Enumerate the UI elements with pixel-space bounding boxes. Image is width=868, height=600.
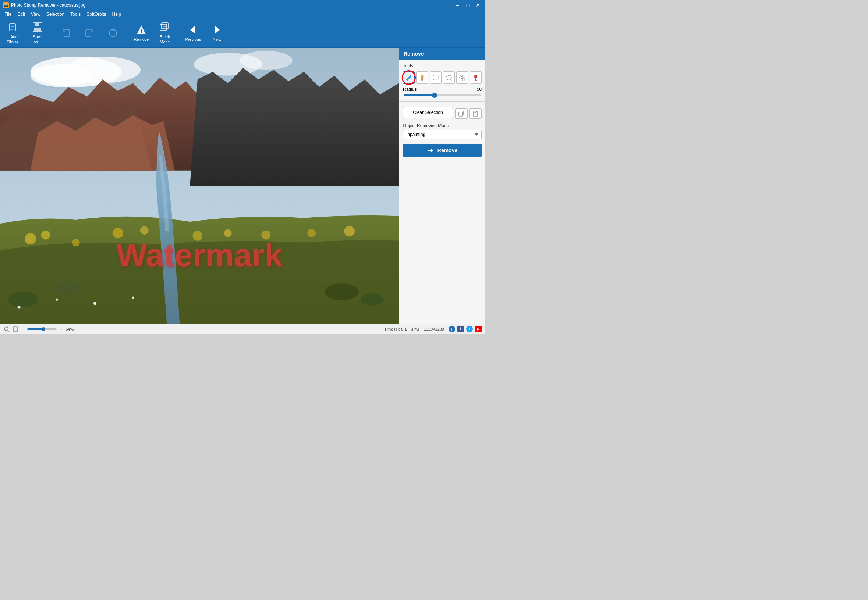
radius-slider-container[interactable]: [403, 94, 482, 96]
svg-point-37: [325, 283, 359, 300]
rectangle-icon: [432, 74, 439, 81]
svg-point-31: [224, 229, 232, 237]
window-title: Photo Stamp Remover - caucasus.jpg: [11, 3, 85, 8]
zoom-fit-icon[interactable]: [4, 326, 9, 332]
svg-point-41: [93, 302, 96, 305]
svg-point-24: [239, 51, 292, 70]
status-right: Time (s): 0.1 JPG 1920×1280 i f t ▶: [384, 326, 482, 332]
remove-btn-label: Remove: [438, 147, 458, 153]
svg-rect-57: [460, 111, 464, 115]
remove-toolbar-button[interactable]: Remove: [130, 20, 152, 46]
redo-button[interactable]: [78, 20, 100, 46]
tools-section: Tools: [399, 59, 485, 100]
menu-tools[interactable]: Tools: [67, 10, 84, 18]
save-as-label: Saveas...: [33, 35, 42, 44]
main-area: Watermark Remove Tools: [0, 48, 485, 324]
menu-selection[interactable]: Selection: [43, 10, 67, 18]
svg-point-61: [5, 327, 8, 330]
brush-tool-button[interactable]: [403, 71, 415, 84]
svg-point-34: [344, 226, 355, 236]
magic-wand-button[interactable]: [456, 71, 468, 84]
close-button[interactable]: ✕: [474, 1, 482, 9]
svg-marker-17: [190, 26, 195, 33]
app-icon: 📷: [3, 2, 9, 8]
youtube-icon[interactable]: ▶: [475, 326, 482, 332]
lasso-tool-button[interactable]: [443, 71, 455, 84]
menu-help[interactable]: Help: [109, 10, 125, 18]
radius-label: Radius: [403, 87, 417, 92]
menu-file[interactable]: File: [2, 10, 14, 18]
batch-mode-label: BatchMode: [160, 35, 170, 44]
next-button[interactable]: Next: [206, 20, 228, 46]
radius-slider-thumb[interactable]: [432, 92, 437, 98]
remove-button[interactable]: Remove: [403, 144, 482, 157]
inpainting-dropdown[interactable]: Inpainting Content-Aware Fill Background…: [403, 130, 482, 139]
clear-selection-button[interactable]: Clear Selection: [403, 107, 453, 118]
zoom-plus-icon[interactable]: +: [59, 326, 62, 332]
social-icons: i f t ▶: [448, 326, 482, 332]
svg-point-39: [17, 306, 20, 308]
svg-point-42: [132, 296, 134, 298]
reset-icon: [107, 27, 119, 39]
tools-row: [403, 71, 482, 84]
svg-rect-45: [433, 76, 438, 79]
title-bar: 📷 Photo Stamp Remover - caucasus.jpg ─ □…: [0, 0, 485, 10]
svg-point-40: [56, 298, 58, 301]
svg-line-54: [462, 77, 465, 80]
svg-point-12: [141, 32, 142, 33]
canvas-area[interactable]: Watermark: [0, 48, 399, 324]
toolbar: AddFile(s)... Saveas...: [0, 18, 485, 48]
stamp-tool-button[interactable]: [470, 71, 482, 84]
copy-icon: [458, 110, 465, 117]
batch-mode-icon: [159, 21, 171, 33]
remove-toolbar-label: Remove: [134, 37, 149, 42]
marker-tool-button[interactable]: [416, 71, 428, 84]
copy-buttons: [455, 108, 482, 119]
remove-arrow-icon: [427, 147, 435, 153]
svg-rect-0: [9, 24, 15, 31]
paste-icon: [472, 110, 479, 117]
twitter-icon[interactable]: t: [466, 326, 473, 332]
zoom-slider[interactable]: [27, 328, 57, 330]
rectangle-tool-button[interactable]: [430, 71, 442, 84]
status-left: − + 64%: [4, 326, 76, 332]
image-container: Watermark: [0, 48, 399, 324]
maximize-button[interactable]: □: [463, 1, 472, 9]
radius-slider-fill: [404, 94, 435, 96]
lasso-icon: [445, 74, 453, 81]
previous-button[interactable]: Previous: [182, 20, 204, 46]
copy-to-clipboard-button[interactable]: [455, 108, 468, 119]
svg-rect-13: [160, 24, 167, 30]
zoom-thumb[interactable]: [42, 327, 45, 331]
menu-softorbits[interactable]: SoftOrbits: [84, 10, 109, 18]
paste-button[interactable]: [469, 108, 482, 119]
zoom-fill: [27, 328, 43, 330]
menu-edit[interactable]: Edit: [14, 10, 28, 18]
svg-point-28: [112, 228, 123, 239]
previous-icon: [187, 24, 199, 36]
batch-mode-button[interactable]: BatchMode: [154, 20, 176, 46]
save-as-button[interactable]: Saveas...: [26, 20, 49, 46]
menu-view[interactable]: View: [28, 10, 43, 18]
toolbar-separator-1: [52, 22, 52, 44]
reset-button[interactable]: [102, 20, 124, 46]
undo-button[interactable]: [55, 20, 77, 46]
clear-selection-section: Clear Selection: [399, 103, 485, 161]
svg-point-38: [361, 293, 384, 306]
divider-1: [399, 102, 485, 102]
svg-line-51: [460, 75, 461, 76]
zoom-actual-size-icon[interactable]: [12, 326, 18, 332]
info-icon[interactable]: i: [448, 326, 455, 332]
radius-slider-track[interactable]: [404, 94, 481, 96]
svg-point-27: [72, 239, 80, 247]
add-files-button[interactable]: AddFile(s)...: [3, 20, 25, 46]
minimize-button[interactable]: ─: [453, 1, 462, 9]
zoom-percent: 64%: [65, 327, 76, 331]
facebook-icon[interactable]: f: [458, 326, 464, 332]
zoom-minus-icon[interactable]: −: [21, 326, 24, 332]
next-label: Next: [213, 37, 221, 42]
object-removing-mode-label: Object Removing Mode: [403, 123, 482, 128]
toolbar-separator-3: [179, 22, 179, 44]
terrain-svg: [0, 48, 399, 324]
svg-point-55: [474, 75, 477, 78]
